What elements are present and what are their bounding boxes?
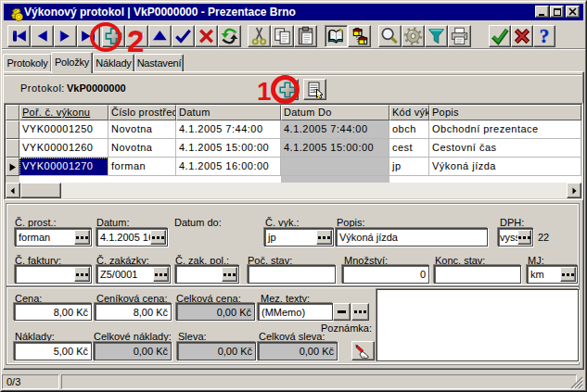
svg-text:?: ? bbox=[540, 25, 550, 47]
